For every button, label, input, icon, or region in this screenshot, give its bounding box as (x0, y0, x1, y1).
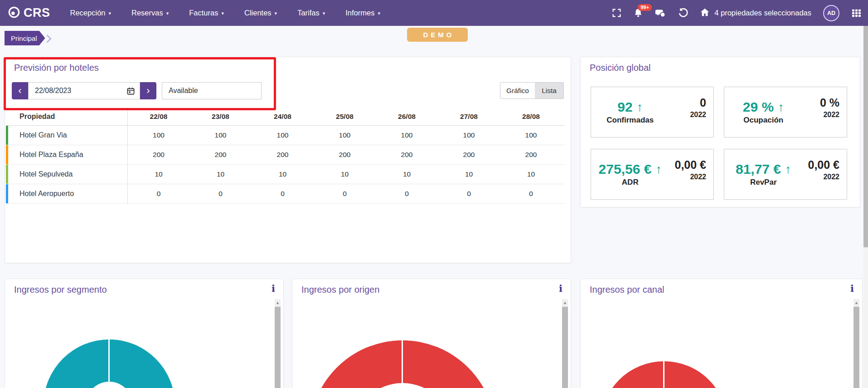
crs-logo-icon (7, 5, 21, 21)
caret-down-icon: ▾ (221, 10, 224, 16)
breadcrumb[interactable]: Principal (5, 31, 45, 45)
history-icon[interactable] (678, 8, 688, 18)
scrollbar-thumb[interactable] (275, 307, 281, 388)
availability-value: 0 (314, 190, 376, 198)
stat-label: RevPar (750, 178, 777, 187)
availability-filter-select[interactable]: Available (162, 82, 262, 99)
view-toggle-grafico[interactable]: Gráfico (500, 82, 535, 99)
availability-value: 200 (189, 151, 252, 159)
scroll-up-icon[interactable]: ▲ (275, 299, 281, 306)
main-menu: Recepción ▾ Reservas ▾ Facturas ▾ Client… (67, 6, 384, 20)
home-icon (700, 7, 710, 19)
column-header-date: 23/08 (189, 113, 252, 121)
scroll-up-icon[interactable]: ▲ (562, 299, 568, 306)
forecast-table: Propiedad 22/08 23/08 24/08 25/08 26/08 … (6, 108, 565, 204)
demo-badge: DEMO (407, 28, 468, 42)
calendar-icon[interactable] (126, 87, 135, 97)
property-name: Hotel Sepulveda (6, 170, 127, 178)
view-toggle-lista[interactable]: Lista (535, 82, 564, 99)
info-icon[interactable]: i (850, 283, 854, 294)
scroll-up-icon[interactable]: ▲ (853, 299, 859, 306)
forecast-panel-title: Previsión por hoteles (14, 63, 99, 73)
donut-slice-divider (108, 339, 110, 383)
stat-label: ADR (622, 178, 639, 187)
forecast-table-row: Hotel Aeropuerto 0 0 0 0 0 0 0 (6, 184, 565, 204)
date-input[interactable]: 22/08/2023 (28, 82, 140, 99)
page-scrollbar[interactable] (863, 26, 868, 388)
global-position-panel: Posición global 92 ↑ Confirmadas 0 2022 … (580, 57, 860, 207)
next-day-button[interactable]: › (140, 82, 156, 99)
previous-day-button[interactable]: ‹ (12, 82, 28, 99)
stat-card-ocupacion: 29 % ↑ Ocupación 0 % 2022 (724, 87, 847, 138)
stat-value: 92 (617, 99, 632, 115)
brand-name: CRS (24, 6, 50, 20)
income-panel-title: Ingresos por origen (301, 285, 379, 295)
column-header-date: 28/08 (500, 113, 562, 121)
caret-down-icon: ▾ (166, 10, 169, 16)
availability-value: 200 (438, 151, 500, 159)
availability-value: 100 (252, 131, 314, 139)
selected-properties[interactable]: 4 propiedades seleccionadas (700, 7, 811, 19)
availability-value: 0 (438, 190, 500, 198)
availability-value: 100 (314, 131, 376, 139)
availability-value: 200 (376, 151, 438, 159)
page-scrollbar-thumb[interactable] (863, 26, 868, 247)
up-arrow-icon: ↑ (637, 100, 643, 114)
panel-scrollbar[interactable]: ▲ (275, 299, 281, 388)
info-icon[interactable]: i (559, 283, 563, 294)
apps-grid-icon[interactable] (851, 8, 862, 18)
availability-value: 200 (252, 151, 314, 159)
brand-logo[interactable]: CRS (7, 5, 50, 21)
property-name: Hotel Gran Via (6, 131, 127, 139)
stat-previous-value: 0,00 € (808, 158, 839, 172)
messages-icon[interactable] (655, 8, 666, 19)
availability-value: 10 (189, 170, 252, 178)
user-avatar[interactable]: AD (823, 5, 839, 21)
menu-item-facturas[interactable]: Facturas ▾ (185, 6, 228, 20)
stat-value: 29 % (743, 99, 774, 115)
menu-item-tarifas[interactable]: Tarifas ▾ (294, 6, 329, 20)
stat-previous-value: 0 % (820, 96, 839, 109)
info-icon[interactable]: i (272, 283, 275, 294)
panel-scrollbar[interactable]: ▲ (562, 299, 568, 388)
column-header-date: 22/08 (127, 108, 189, 125)
notifications-count-badge: 99+ (638, 4, 652, 11)
global-position-title: Posición global (590, 63, 651, 73)
availability-value: 200 (314, 151, 376, 159)
income-by-origin-panel: Ingresos por origen i ▲ (292, 279, 571, 388)
availability-value: 100 (376, 131, 438, 139)
availability-value: 200 (500, 151, 562, 159)
property-color-bar (6, 165, 8, 184)
income-panel-title: Ingresos por canal (590, 285, 664, 295)
availability-value: 10 (376, 170, 438, 178)
stat-value: 81,77 € (736, 162, 781, 177)
column-header-date: 27/08 (438, 113, 500, 121)
dashboard-page: CRS Recepción ▾ Reservas ▾ Facturas ▾ Cl… (0, 0, 868, 388)
availability-value: 100 (500, 131, 562, 139)
stat-previous-year: 2022 (823, 111, 839, 119)
notifications-bell-icon[interactable]: 99+ (633, 8, 643, 18)
menu-item-informes[interactable]: Informes ▾ (342, 6, 384, 20)
stat-label: Confirmadas (606, 116, 654, 125)
property-color-bar (6, 145, 8, 164)
property-color-bar (6, 126, 8, 145)
availability-value: 200 (127, 145, 189, 164)
forecast-panel: Previsión por hoteles ‹ 22/08/2023 › Ava… (5, 57, 571, 263)
stat-card-revpar: 81,77 € ↑ RevPar 0,00 € 2022 (724, 149, 847, 200)
panel-scrollbar[interactable]: ▲ (853, 299, 859, 388)
column-header-propiedad: Propiedad (6, 113, 127, 121)
caret-down-icon: ▾ (378, 10, 380, 16)
forecast-table-row: Hotel Plaza España 200 200 200 200 200 2… (6, 145, 565, 165)
menu-item-reservas[interactable]: Reservas ▾ (128, 6, 172, 20)
scrollbar-thumb[interactable] (853, 307, 859, 388)
property-color-bar (6, 184, 8, 203)
menu-item-recepcion[interactable]: Recepción ▾ (67, 6, 115, 20)
fullscreen-icon[interactable] (612, 8, 621, 18)
date-value: 22/08/2023 (35, 87, 71, 95)
stat-previous-year: 2022 (690, 111, 706, 119)
stat-card-confirmadas: 92 ↑ Confirmadas 0 2022 (591, 87, 714, 138)
chevron-left-icon: ‹ (18, 86, 21, 96)
up-arrow-icon: ↑ (655, 162, 662, 177)
scrollbar-thumb[interactable] (562, 307, 568, 388)
menu-item-clientes[interactable]: Clientes ▾ (241, 6, 281, 20)
